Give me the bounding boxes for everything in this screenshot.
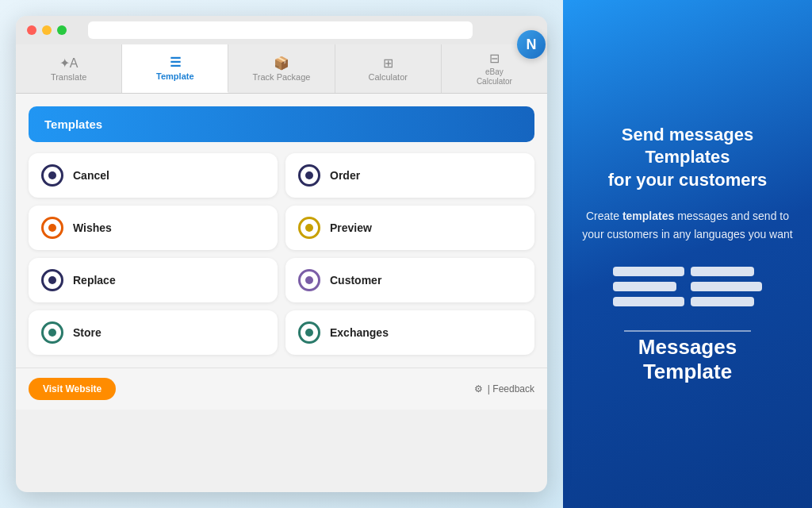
- promo-section: Send messages Templates for your custome…: [563, 0, 812, 508]
- url-bar[interactable]: [88, 21, 473, 39]
- graphic-line-2: [613, 282, 676, 291]
- cancel-label: Cancel: [73, 169, 109, 182]
- wishes-label: Wishes: [73, 221, 112, 234]
- close-button-icon[interactable]: [27, 25, 36, 35]
- cancel-icon: [41, 164, 63, 187]
- tab-ebay-label: eBayCalculator: [477, 67, 512, 87]
- preview-icon: [298, 217, 320, 239]
- template-item-wishes[interactable]: Wishes: [29, 206, 278, 250]
- tab-template[interactable]: ☰ Template: [122, 44, 228, 93]
- template-item-order[interactable]: Order: [285, 153, 534, 198]
- template-item-exchanges[interactable]: Exchanges: [285, 310, 534, 355]
- tab-calculator-label: Calculator: [368, 72, 408, 82]
- template-item-cancel[interactable]: Cancel: [29, 153, 278, 198]
- graphic-line-5: [691, 282, 762, 291]
- graphic-divider: [624, 330, 751, 332]
- settings-icon: ⚙: [474, 383, 483, 394]
- browser-logo-icon: N: [517, 30, 546, 59]
- replace-label: Replace: [73, 274, 116, 287]
- template-tab-icon: ☰: [170, 56, 181, 69]
- calculator-icon: ⊞: [383, 57, 393, 70]
- maximize-button-icon[interactable]: [57, 25, 67, 35]
- tab-translate[interactable]: ✦A Translate: [16, 44, 122, 93]
- graphic-line-1: [613, 267, 684, 276]
- template-item-replace[interactable]: Replace: [29, 258, 278, 302]
- wishes-icon: [41, 217, 63, 239]
- tab-calculator[interactable]: ⊞ Calculator: [335, 44, 442, 93]
- template-item-preview[interactable]: Preview: [285, 206, 534, 250]
- templates-header: Templates: [29, 106, 534, 142]
- graphic-line-3: [613, 297, 684, 306]
- tab-template-label: Template: [156, 71, 193, 81]
- tab-track-package[interactable]: 📦 Track Package: [228, 44, 335, 93]
- templates-grid: Cancel Order Wishes Preview: [29, 153, 534, 355]
- store-icon: [41, 321, 63, 344]
- promo-description: Create templates messages and send to yo…: [582, 207, 793, 243]
- graphic-col-left: [613, 267, 684, 306]
- feedback-area[interactable]: ⚙ | Feedback: [474, 383, 534, 394]
- track-package-icon: 📦: [274, 57, 289, 70]
- browser-window: N ✦A Translate ☰ Template 📦 Track Packag…: [16, 16, 547, 492]
- main-panel: Templates Cancel Order Wishes: [16, 94, 547, 368]
- customer-label: Customer: [330, 274, 381, 287]
- browser-titlebar: [16, 16, 547, 44]
- browser-section: N ✦A Translate ☰ Template 📦 Track Packag…: [0, 0, 563, 508]
- order-icon: [298, 164, 320, 187]
- visit-website-button[interactable]: Visit Website: [29, 378, 116, 400]
- order-label: Order: [330, 169, 360, 182]
- template-item-store[interactable]: Store: [29, 310, 278, 355]
- footer-bar: Visit Website ⚙ | Feedback: [16, 368, 547, 410]
- tab-translate-label: Translate: [51, 72, 86, 82]
- feedback-label: | Feedback: [488, 383, 534, 394]
- customer-icon: [298, 269, 320, 291]
- preview-label: Preview: [330, 221, 372, 234]
- tab-bar: ✦A Translate ☰ Template 📦 Track Package …: [16, 44, 547, 94]
- replace-icon: [41, 269, 63, 291]
- graphic-col-right: [691, 267, 762, 306]
- promo-subtitle: Messages Template: [638, 335, 737, 384]
- exchanges-label: Exchanges: [330, 326, 389, 339]
- template-item-customer[interactable]: Customer: [285, 258, 534, 302]
- translate-icon: ✦A: [59, 57, 79, 70]
- ebay-calculator-icon: ⊟: [489, 52, 500, 65]
- exchanges-icon: [298, 321, 320, 344]
- graphic-line-4: [691, 267, 754, 276]
- app-content: ✦A Translate ☰ Template 📦 Track Package …: [16, 44, 547, 410]
- tab-track-label: Track Package: [253, 72, 311, 82]
- template-graphic-icon: [613, 267, 762, 306]
- store-label: Store: [73, 326, 102, 339]
- graphic-line-6: [691, 297, 754, 306]
- minimize-button-icon[interactable]: [42, 25, 52, 35]
- promo-title: Send messages Templates for your custome…: [608, 124, 768, 192]
- templates-title: Templates: [44, 117, 102, 131]
